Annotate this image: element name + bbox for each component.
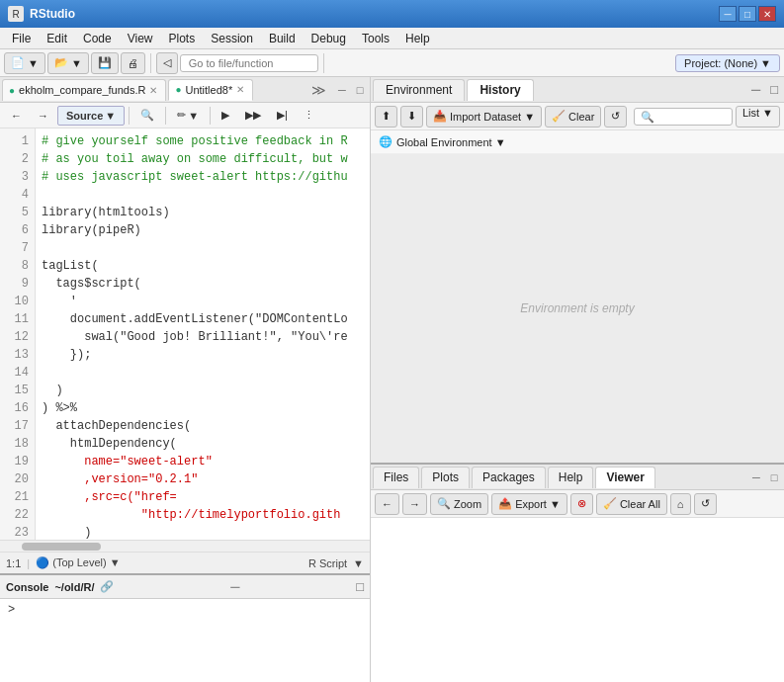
editor-toolbar-sep-2	[165, 107, 166, 125]
menu-code[interactable]: Code	[75, 30, 120, 47]
refresh-env-button[interactable]: ↺	[604, 106, 627, 128]
menu-build[interactable]: Build	[261, 30, 304, 47]
menu-debug[interactable]: Debug	[304, 30, 354, 47]
tab-plots[interactable]: Plots	[421, 467, 470, 488]
delete-viewer-button[interactable]: ⊗	[570, 493, 593, 515]
close-button[interactable]: ✕	[758, 6, 776, 22]
delete-icon: ⊗	[577, 497, 586, 510]
home-icon: ⌂	[677, 498, 684, 510]
new-file-button[interactable]: 📄 ▼	[4, 52, 45, 74]
env-minimize-button[interactable]: ─	[747, 82, 764, 97]
run-button[interactable]: ▶	[215, 106, 236, 126]
files-panel: Files Plots Packages Help Viewer ─ □ ← →	[371, 465, 784, 682]
env-search-input[interactable]	[634, 108, 733, 126]
files-minimize-button[interactable]: ─	[748, 469, 764, 485]
menu-plots[interactable]: Plots	[161, 30, 204, 47]
wand-icon: ✏	[177, 109, 186, 122]
menu-session[interactable]: Session	[203, 30, 261, 47]
more-button[interactable]: ⋮	[297, 106, 321, 126]
code-editor[interactable]: # give yourself some positive feedback i…	[36, 128, 370, 540]
clear-all-label: Clear All	[620, 498, 660, 510]
more-icon: ⋮	[304, 109, 314, 122]
tab-ekholm[interactable]: ● ekholm_compare_funds.R ✕	[2, 79, 166, 101]
console-link-icon: 🔗	[100, 580, 114, 593]
app-title: RStudio	[30, 7, 719, 21]
code-area[interactable]: 1234 5678 9101112 13141516 17181920 2122…	[0, 128, 370, 552]
clear-all-button[interactable]: 🧹 Clear All	[596, 493, 667, 515]
viewer-fwd-button[interactable]: →	[402, 493, 427, 515]
viewer-refresh-icon: ↺	[701, 497, 710, 510]
files-content	[371, 518, 784, 682]
files-maximize-button[interactable]: □	[766, 469, 782, 485]
menu-help[interactable]: Help	[397, 30, 438, 47]
save-button[interactable]: 💾	[91, 52, 119, 74]
editor-back-button[interactable]: ←	[4, 106, 29, 126]
tab-untitled[interactable]: ● Untitled8* ✕	[168, 79, 253, 101]
viewer-refresh-button[interactable]: ↺	[694, 493, 717, 515]
search-icon: 🔍	[140, 109, 154, 122]
menu-edit[interactable]: Edit	[39, 30, 75, 47]
load-button[interactable]: ⬆	[375, 106, 397, 128]
list-view-button[interactable]: List ▼	[736, 106, 780, 128]
tab-ekholm-close[interactable]: ✕	[149, 85, 157, 96]
script-type-dropdown[interactable]: ▼	[353, 557, 364, 569]
refresh-icon: ↺	[611, 110, 620, 123]
open-file-button[interactable]: 📂 ▼	[47, 52, 89, 74]
viewer-fwd-icon: →	[409, 498, 420, 510]
tab-help[interactable]: Help	[548, 467, 594, 488]
save-env-button[interactable]: ⬇	[400, 106, 423, 128]
minimize-button[interactable]: ─	[719, 6, 737, 22]
menu-file[interactable]: File	[4, 30, 39, 47]
context-indicator: 🔵 (Top Level) ▼	[36, 556, 120, 569]
project-selector[interactable]: Project: (None) ▼	[675, 54, 780, 72]
export-button[interactable]: 📤 Export ▼	[491, 493, 567, 515]
tab-minimize-button[interactable]: ─	[334, 82, 350, 98]
cursor-position: 1:1	[6, 557, 21, 569]
zoom-icon: 🔍	[437, 497, 451, 510]
new-file-icon: 📄	[11, 56, 25, 69]
tab-history[interactable]: History	[467, 79, 533, 101]
wand-button[interactable]: ✏ ▼	[170, 106, 206, 126]
source-label: Source	[66, 110, 103, 122]
tab-more-button[interactable]: ≫	[307, 82, 330, 98]
editor-fwd-button[interactable]: →	[31, 106, 55, 126]
tab-environment[interactable]: Environment	[373, 79, 465, 101]
nav-back-button[interactable]: ◁	[156, 52, 178, 74]
tab-untitled-close[interactable]: ✕	[236, 84, 244, 95]
title-bar: R RStudio ─ □ ✕	[0, 0, 784, 28]
editor-scrollbar[interactable]	[0, 540, 370, 552]
goto-input[interactable]	[180, 54, 318, 72]
export-label: Export ▼	[515, 498, 561, 510]
clear-env-button[interactable]: 🧹 Clear	[545, 106, 601, 128]
tab-files[interactable]: Files	[373, 467, 419, 488]
run-document-button[interactable]: ▶|	[270, 106, 295, 126]
maximize-button[interactable]: □	[739, 6, 756, 22]
menu-tools[interactable]: Tools	[354, 30, 397, 47]
menu-bar: File Edit Code View Plots Session Build …	[0, 28, 784, 49]
tab-maximize-button[interactable]: □	[352, 82, 368, 98]
source-button[interactable]: Source ▼	[57, 106, 125, 126]
context-label: (Top Level)	[52, 556, 106, 568]
r-file-icon-2: ●	[175, 84, 181, 95]
search-button[interactable]: 🔍	[133, 106, 161, 126]
global-env-selector[interactable]: 🌐 Global Environment ▼	[379, 135, 506, 148]
menu-view[interactable]: View	[120, 30, 161, 47]
editor-back-icon: ←	[11, 110, 22, 122]
console-minimize[interactable]: ─	[230, 579, 239, 594]
run-icon: ▶	[221, 109, 229, 122]
context-dropdown[interactable]: ▼	[110, 556, 121, 568]
print-button[interactable]: 🖨	[121, 52, 145, 74]
editor-status: 1:1 | 🔵 (Top Level) ▼ R Script ▼	[0, 552, 370, 573]
clear-env-label: Clear	[568, 111, 594, 123]
import-dataset-button[interactable]: 📥 Import Dataset ▼	[426, 106, 542, 128]
viewer-back-button[interactable]: ←	[375, 493, 399, 515]
tab-packages[interactable]: Packages	[472, 467, 546, 488]
console-maximize[interactable]: □	[356, 579, 364, 594]
zoom-button[interactable]: 🔍 Zoom	[430, 493, 488, 515]
viewer-home-button[interactable]: ⌂	[670, 493, 691, 515]
tab-viewer[interactable]: Viewer	[595, 467, 654, 488]
editor-scrollbar-thumb[interactable]	[22, 543, 101, 551]
env-tab-actions: ─ □	[747, 82, 782, 97]
run-all-button[interactable]: ▶▶	[238, 106, 268, 126]
env-maximize-button[interactable]: □	[766, 82, 782, 97]
